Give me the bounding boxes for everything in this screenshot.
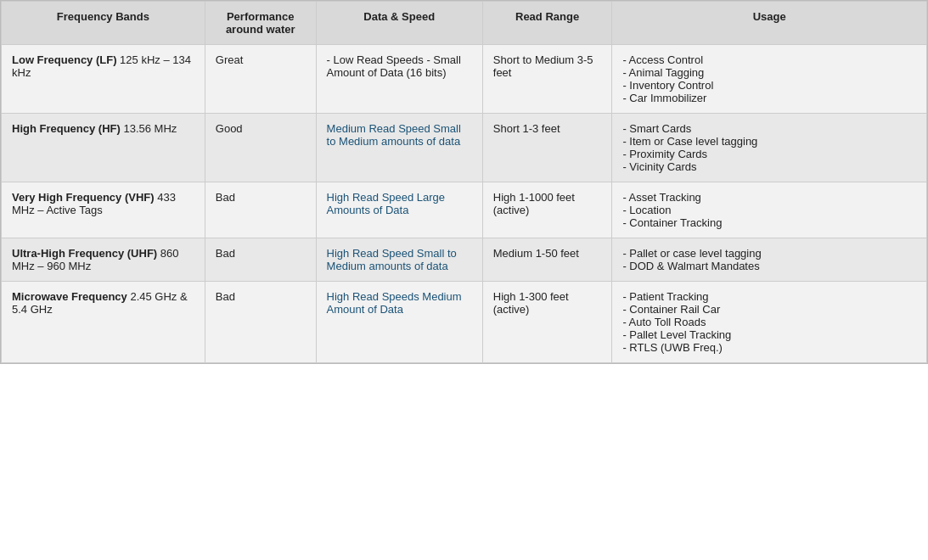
cell-usage-uhf: - Pallet or case level tagging- DOD & Wa… xyxy=(612,238,927,282)
cell-data-micro: High Read Speeds Medium Amount of Data xyxy=(316,282,482,363)
cell-usage-micro: - Patient Tracking- Container Rail Car- … xyxy=(612,282,927,363)
cell-range-vhf: High 1-1000 feet (active) xyxy=(482,182,612,238)
table-row: Microwave Frequency 2.45 GHz & 5.4 GHzBa… xyxy=(2,282,927,363)
cell-range-micro: High 1-300 feet (active) xyxy=(482,282,612,363)
cell-usage-vhf: - Asset Tracking- Location- Container Tr… xyxy=(612,182,927,238)
cell-frequency-uhf: Ultra-High Frequency (UHF) 860 MHz – 960… xyxy=(2,238,205,282)
cell-usage-hf: - Smart Cards- Item or Case level taggin… xyxy=(612,114,927,182)
header-range: Read Range xyxy=(482,2,612,45)
cell-data-hf: Medium Read Speed Small to Medium amount… xyxy=(316,114,482,182)
header-water: Performance around water xyxy=(205,2,316,45)
frequency-bold-hf: High Frequency (HF) xyxy=(12,122,121,135)
frequency-bold-micro: Microwave Frequency xyxy=(12,290,127,303)
rfid-comparison-table: Frequency Bands Performance around water… xyxy=(0,0,928,364)
cell-data-vhf: High Read Speed Large Amounts of Data xyxy=(316,182,482,238)
cell-water-lf: Great xyxy=(205,45,316,114)
cell-water-hf: Good xyxy=(205,114,316,182)
frequency-bold-vhf: Very High Frequency (VHF) xyxy=(12,191,155,204)
frequency-bold-lf: Low Frequency (LF) xyxy=(12,53,117,66)
table-row: Very High Frequency (VHF) 433 MHz – Acti… xyxy=(2,182,927,238)
cell-water-uhf: Bad xyxy=(205,238,316,282)
cell-frequency-vhf: Very High Frequency (VHF) 433 MHz – Acti… xyxy=(2,182,205,238)
header-frequency: Frequency Bands xyxy=(2,2,205,45)
cell-frequency-micro: Microwave Frequency 2.45 GHz & 5.4 GHz xyxy=(2,282,205,363)
frequency-rest-hf: 13.56 MHz xyxy=(121,122,177,135)
table-row: Ultra-High Frequency (UHF) 860 MHz – 960… xyxy=(2,238,927,282)
frequency-bold-uhf: Ultra-High Frequency (UHF) xyxy=(12,247,157,260)
cell-frequency-lf: Low Frequency (LF) 125 kHz – 134 kHz xyxy=(2,45,205,114)
cell-range-uhf: Medium 1-50 feet xyxy=(482,238,612,282)
header-data: Data & Speed xyxy=(316,2,482,45)
cell-range-lf: Short to Medium 3-5 feet xyxy=(482,45,612,114)
table-header-row: Frequency Bands Performance around water… xyxy=(2,2,927,45)
cell-data-uhf: High Read Speed Small to Medium amounts … xyxy=(316,238,482,282)
header-usage: Usage xyxy=(612,2,927,45)
cell-data-lf: - Low Read Speeds - Small Amount of Data… xyxy=(316,45,482,114)
cell-water-micro: Bad xyxy=(205,282,316,363)
table-row: Low Frequency (LF) 125 kHz – 134 kHzGrea… xyxy=(2,45,927,114)
table-row: High Frequency (HF) 13.56 MHzGoodMedium … xyxy=(2,114,927,182)
cell-range-hf: Short 1-3 feet xyxy=(482,114,612,182)
cell-frequency-hf: High Frequency (HF) 13.56 MHz xyxy=(2,114,205,182)
cell-usage-lf: - Access Control- Animal Tagging- Invent… xyxy=(612,45,927,114)
cell-water-vhf: Bad xyxy=(205,182,316,238)
